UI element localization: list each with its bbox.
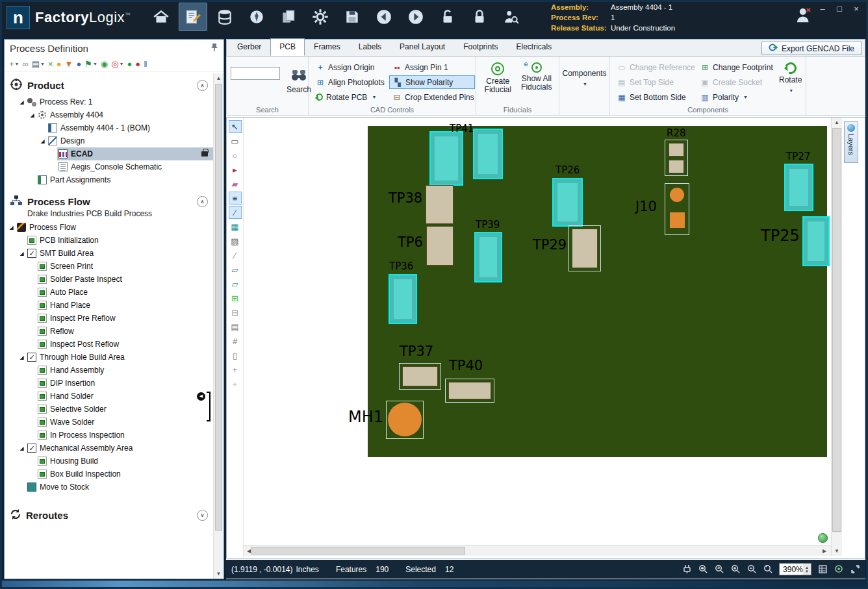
diagonal-tool[interactable]: ∕ [229,249,242,262]
documents-button[interactable] [274,3,303,31]
components-dropdown-button[interactable]: Components ▼ [563,60,606,90]
collapse-up-icon[interactable]: ∧ [197,196,208,207]
flow-screen-print[interactable]: Screen Print [5,260,213,273]
attach-button[interactable]: ∞ [22,58,29,70]
component-TP6[interactable] [426,226,453,266]
component-TP39[interactable] [474,232,502,282]
assign-origin-button[interactable]: +Assign Origin [313,60,389,74]
component-pad[interactable] [473,129,503,179]
pin-tool[interactable]: + [229,377,242,390]
component-TP40[interactable] [445,379,494,403]
expander-icon[interactable]: ◢ [18,355,26,360]
flow-in-process-inspection[interactable]: In Process Inspection [5,429,213,442]
tab-footprints[interactable]: Footprints [454,38,507,56]
flow-wave-solder[interactable]: Wave Solder [5,416,213,429]
scroll-up-arrow[interactable]: ▲ [832,118,842,127]
flow-hand-solder[interactable]: Hand Solder◀ [5,390,213,403]
zoom-window-icon[interactable] [698,564,708,575]
component-TP27[interactable] [784,164,813,211]
fit-view-icon[interactable] [834,564,844,575]
flow-auto-place[interactable]: Auto Place [5,286,213,299]
pin-icon[interactable] [211,43,218,54]
minimize-button[interactable]: – [817,4,828,14]
zoom-spinner[interactable]: ▲▼ [803,564,811,575]
polarity-button[interactable]: ▥Polarity▼ [697,90,776,104]
tab-frames[interactable]: Frames [305,38,350,56]
pause-button[interactable]: ‖ [143,58,147,70]
crop-extended-pins-button[interactable]: ⊟Crop Extended Pins [389,90,475,104]
droplet-button[interactable]: ▼ [64,58,74,70]
collapse-up-icon[interactable]: ∧ [197,80,208,91]
audit-search-button[interactable] [497,3,526,31]
tab-electricals[interactable]: Electricals [507,38,561,56]
component-TP38[interactable] [426,185,453,224]
flow-selective-solder[interactable]: Selective Solder [5,403,213,416]
hatch-tool[interactable]: ▨ [229,234,242,247]
component-TP29[interactable] [568,225,601,271]
scroll-right-arrow[interactable]: ▶ [819,548,830,554]
save-button[interactable] [338,3,366,31]
start-button[interactable]: ● [126,58,133,70]
panel-vertical-scrollbar[interactable]: ▲ ▼ [213,73,223,579]
expander-icon[interactable]: ◢ [18,445,26,451]
flow-move-to-stock[interactable]: Move to Stock [5,481,213,494]
canvas-viewport[interactable]: TP41TP38TP6TP36TP39TP26TP29R28J10TP27TP2… [244,118,831,545]
brush-tool[interactable]: ▰ [229,177,242,190]
cad-editor-button[interactable] [179,3,207,31]
flow-process-flow[interactable]: ◢Process Flow [5,221,213,234]
zoom-in-icon[interactable] [730,564,741,575]
scrollbar-thumb[interactable] [215,84,222,531]
flow-solder-paste-inspect[interactable]: Solder Paste Inspect [5,273,213,286]
expand-down-icon[interactable]: ∨ [197,510,208,521]
user-logout-button[interactable] [794,5,813,27]
flow-reflow[interactable]: Reflow [5,325,213,338]
net-grid-tool[interactable]: ▦ [229,220,242,233]
scroll-down-arrow[interactable]: ▼ [832,546,842,556]
flow-box-build-inspection[interactable]: Box Build Inspection [5,468,213,481]
zoom-dynamic-icon[interactable] [763,564,773,575]
expander-icon[interactable]: ◢ [7,225,16,231]
resize-grip-icon[interactable] [850,564,860,575]
component-R28[interactable] [665,140,688,176]
show-all-fiducials-button[interactable]: ⊕ Show All Fiducials [518,60,555,96]
flow-hand-place[interactable]: Hand Place [5,299,213,312]
traces-tool[interactable]: ≡ [229,192,242,205]
tab-pcb[interactable]: PCB [270,38,305,56]
flow-smt-build-area[interactable]: ◢SMT Build Area [5,247,213,260]
close-button[interactable]: × [851,4,862,14]
delete-button[interactable]: × [47,58,54,70]
scrollbar-thumb[interactable] [251,547,465,555]
tab-labels[interactable]: Labels [350,38,390,56]
component-TP25[interactable] [802,216,830,266]
product-design[interactable]: ◢Design [5,134,213,147]
product-assembly-4404[interactable]: ◢Assembly 4404 [5,108,213,121]
target-button[interactable]: ◎▼ [110,58,124,70]
zoom-out-icon[interactable] [747,564,757,575]
back-button[interactable] [370,3,398,31]
create-socket-button[interactable]: ▣Create Socket [697,75,776,89]
flow-hand-assembly[interactable]: Hand Assembly [5,364,213,377]
layers-flyout-tab[interactable]: Layers [844,121,858,163]
canvas-horizontal-scrollbar[interactable]: ◀ ▶ [244,545,831,556]
flags-button[interactable]: ⚑▼ [84,58,98,70]
home-button[interactable] [147,3,175,31]
process-flow-section-header[interactable]: Process Flow ∧ [5,190,213,211]
product-aegis-console-schematic[interactable]: Aegis_Console Schematic [5,160,213,173]
top-layer-tool[interactable]: ▱ [229,263,242,276]
stop-button[interactable]: ● [134,58,141,70]
tab-panel-layout[interactable]: Panel Layout [390,38,454,56]
rotate-pcb-button[interactable]: Rotate PCB▼ [313,90,389,104]
connect-icon[interactable] [682,564,692,575]
component-TP36[interactable] [389,274,417,324]
set-bottom-side-button[interactable]: ▦Set Bottom Side [614,90,697,104]
reroutes-section-header[interactable]: Reroutes ∨ [5,504,213,525]
lock-button[interactable] [465,3,494,31]
component-J10[interactable] [665,183,689,235]
align-photoplots-button[interactable]: ⊞Align Photoplots [313,75,389,89]
assign-pin1-button[interactable]: ▪▪Assign Pin 1 [389,60,475,74]
expander-icon[interactable]: ◢ [38,138,47,144]
zoom-level-control[interactable]: ▲▼ [779,563,811,575]
rotate-button[interactable]: Rotate ▼ [776,60,804,104]
frame-tool[interactable]: # [229,334,242,347]
flow-inspect-post-reflow[interactable]: Inspect Post Reflow [5,338,213,351]
